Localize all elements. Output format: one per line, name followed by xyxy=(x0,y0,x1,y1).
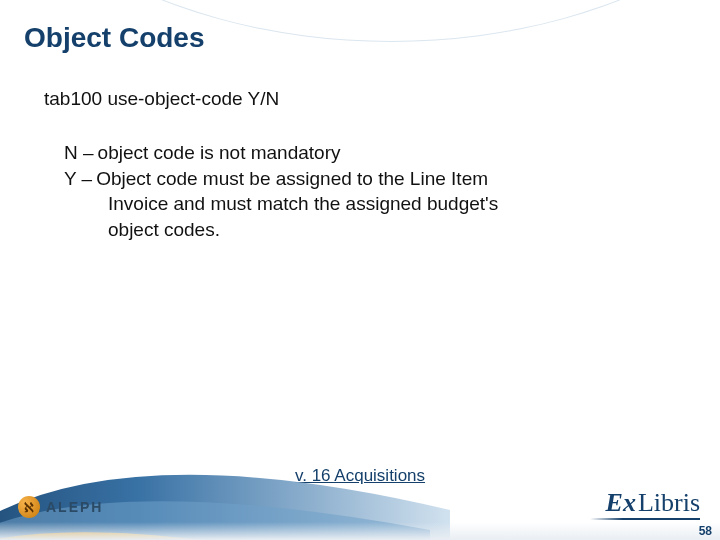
content-area: Object Codes tab100 use-object-code Y/N … xyxy=(0,0,720,540)
definition-y-value-line1: Object code must be assigned to the Line… xyxy=(92,166,488,192)
exlibris-logo: ExLibris xyxy=(606,488,700,518)
definition-y-value-line2: Invoice and must match the assigned budg… xyxy=(64,191,624,217)
page-number: 58 xyxy=(699,524,712,538)
definition-list: N – object code is not mandatory Y – Obj… xyxy=(64,140,624,243)
definition-y-key: Y – xyxy=(64,166,92,192)
definition-n-value: object code is not mandatory xyxy=(94,140,341,166)
page-title: Object Codes xyxy=(24,22,700,54)
footer-caption: v. 16 Acquisitions xyxy=(0,466,720,486)
definition-n-key: N – xyxy=(64,140,94,166)
exlibris-ex: Ex xyxy=(606,488,638,517)
definition-y-line1: Y – Object code must be assigned to the … xyxy=(64,166,624,192)
exlibris-underline xyxy=(590,518,700,520)
slide: Object Codes tab100 use-object-code Y/N … xyxy=(0,0,720,540)
aleph-icon: ℵ xyxy=(18,496,40,518)
definition-n: N – object code is not mandatory xyxy=(64,140,624,166)
aleph-logo: ℵ ALEPH xyxy=(18,496,103,518)
decorative-bottom-bar xyxy=(0,522,720,540)
subheading: tab100 use-object-code Y/N xyxy=(44,88,700,110)
aleph-wordmark: ALEPH xyxy=(46,499,103,515)
exlibris-libris: Libris xyxy=(638,488,700,517)
definition-y-value-line3: object codes. xyxy=(64,217,624,243)
